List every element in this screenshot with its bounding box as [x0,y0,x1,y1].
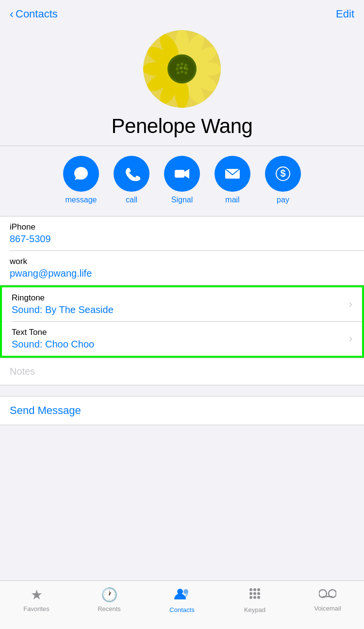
ringtone-value: Sound: By The Seaside [12,304,349,315]
video-icon [173,165,191,182]
tab-favorites-label: Favorites [23,605,49,612]
svg-point-40 [257,596,260,599]
send-message-button[interactable]: Send Message [10,404,81,416]
tab-bar: ★ Favorites 🕐 Recents Contacts [0,580,364,629]
ringtone-content: Ringtone Sound: By The Seaside [12,293,349,315]
pay-label: pay [277,196,289,204]
svg-point-18 [176,67,179,70]
mail-icon [224,165,241,182]
svg-rect-43 [323,596,332,597]
tab-voicemail[interactable]: Voicemail [291,587,364,612]
contact-name: Penelope Wang [112,115,253,138]
svg-point-31 [183,589,188,594]
message-circle [63,156,99,192]
svg-point-15 [177,64,180,66]
svg-point-16 [181,63,183,66]
mail-label: mail [225,196,239,204]
email-label: work [10,257,354,266]
svg-rect-25 [175,170,184,178]
ringtone-row[interactable]: Ringtone Sound: By The Seaside › [2,287,362,321]
email-value[interactable]: pwang@pwang.life [10,268,354,279]
info-section: iPhone 867-5309 work pwang@pwang.life [0,216,364,285]
chevron-left-icon: ‹ [10,8,14,20]
tab-keypad[interactable]: Keypad [218,587,291,613]
svg-marker-26 [184,169,189,179]
tab-contacts[interactable]: Contacts [146,587,218,613]
svg-point-23 [184,71,187,74]
action-call[interactable]: call [114,156,149,204]
avatar[interactable] [143,30,221,108]
mail-circle [215,156,250,192]
divider-send [0,425,364,425]
phone-value[interactable]: 867-5309 [10,233,354,245]
svg-point-22 [181,70,183,73]
svg-point-33 [253,588,256,591]
tab-recents-label: Recents [98,605,121,612]
action-pay[interactable]: $ pay [265,156,301,204]
svg-point-24 [185,67,188,70]
svg-point-38 [249,596,252,599]
tab-favorites[interactable]: ★ Favorites [0,587,73,612]
back-button[interactable]: ‹ Contacts [10,8,58,20]
clock-icon: 🕐 [101,587,118,603]
contacts-icon [174,587,190,604]
text-tone-chevron-icon: › [349,332,352,345]
action-message[interactable]: message [63,156,99,204]
call-icon [123,165,140,182]
dollar-icon: $ [274,165,292,182]
signal-circle [164,156,200,192]
message-label: message [66,196,97,204]
header: ‹ Contacts Edit [0,0,364,25]
svg-point-19 [180,66,182,69]
highlight-section: Ringtone Sound: By The Seaside › Text To… [0,285,364,358]
text-tone-value: Sound: Choo Choo [12,339,349,350]
contact-header: Penelope Wang [0,25,364,146]
ringtone-chevron-icon: › [349,298,352,311]
phone-label: iPhone [10,222,354,232]
svg-point-35 [249,592,252,595]
ringtone-label: Ringtone [12,293,349,303]
phone-row: iPhone 867-5309 [0,216,364,250]
notes-row: Notes [0,358,364,385]
tab-keypad-label: Keypad [244,606,265,613]
message-icon [72,165,90,182]
action-signal[interactable]: Signal [164,156,200,204]
svg-point-34 [257,588,260,591]
svg-point-37 [257,592,260,595]
star-icon: ★ [31,587,43,603]
notes-placeholder[interactable]: Notes [10,366,35,377]
tab-voicemail-label: Voicemail [314,605,341,612]
back-label: Contacts [16,8,58,20]
call-circle [114,156,149,192]
svg-point-21 [177,71,180,74]
tab-recents[interactable]: 🕐 Recents [73,587,146,612]
action-buttons: message call Signal mail [0,146,364,216]
action-mail[interactable]: mail [215,156,250,204]
tab-contacts-label: Contacts [169,606,194,613]
signal-label: Signal [171,196,193,204]
svg-point-32 [249,588,252,591]
section-gap [0,385,364,396]
text-tone-content: Text Tone Sound: Choo Choo [12,328,349,350]
svg-point-36 [253,592,256,595]
text-tone-label: Text Tone [12,328,349,337]
send-message-section: Send Message [0,397,364,425]
voicemail-icon [319,587,336,602]
pay-circle: $ [265,156,301,192]
svg-point-39 [253,596,256,599]
email-row: work pwang@pwang.life [0,251,364,285]
keypad-icon [248,587,262,604]
call-label: call [126,196,137,204]
svg-point-17 [184,64,187,66]
text-tone-row[interactable]: Text Tone Sound: Choo Choo › [2,322,362,356]
edit-button[interactable]: Edit [336,8,354,20]
svg-text:$: $ [280,168,285,179]
